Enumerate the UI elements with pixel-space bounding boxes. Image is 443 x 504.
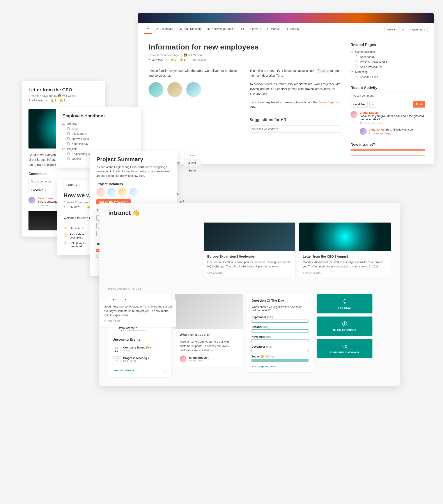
avatar [360, 128, 367, 135]
edit-button[interactable] [399, 27, 406, 32]
doc-icon [355, 55, 358, 58]
poll-heading: New intranet? [351, 142, 425, 147]
location-image [167, 82, 182, 97]
news-card[interactable]: Europe Expansion | SeptemberOur London l… [204, 223, 295, 277]
poll-option[interactable] [252, 349, 309, 352]
calendar-badge: AUG5 [113, 356, 121, 364]
add-reaction[interactable]: + Add reaction… [188, 58, 209, 61]
globe-icon [207, 27, 210, 30]
comment-input[interactable] [351, 92, 425, 99]
top-nav: Dashboard Staff Directory Knowledge Base… [138, 23, 434, 34]
menu-button[interactable]: ≡MENU ▾ [64, 183, 80, 188]
view-calendar-link[interactable]: View full calendar [113, 369, 135, 372]
tile-i-am-new[interactable]: I AM NEW! [317, 294, 372, 313]
suggestions-input[interactable] [250, 125, 342, 132]
reaction-clap[interactable]: 👏 2 [170, 58, 176, 61]
qotd-card: Question Of The Day When should we organ… [247, 294, 313, 372]
doc-icon [67, 152, 70, 155]
change-vote-link[interactable]: ← change my vote [252, 365, 309, 368]
tree-group[interactable]: General [62, 121, 135, 126]
new-page-button[interactable]: + NEW PAGE [408, 27, 428, 32]
tree-item[interactable]: FAQ [62, 126, 135, 131]
live-dot-icon [148, 358, 149, 359]
calendar-badge: JUL30 [113, 346, 121, 353]
news-card[interactable]: Letter from the CEO | AugustMonday 7th m… [299, 223, 391, 277]
page-menu-button[interactable]: PAGE ▾ [385, 27, 398, 32]
travel-expense-link[interactable]: Travel Expense [318, 101, 339, 104]
doc-icon [355, 66, 358, 68]
nav-activity[interactable]: Activity [284, 25, 301, 34]
nav-staff[interactable]: Staff Directory [177, 25, 204, 34]
people-icon [179, 27, 182, 30]
checkbox-icon[interactable] [96, 254, 100, 258]
nav-manual[interactable]: Manual [264, 25, 283, 34]
avatar[interactable] [129, 188, 138, 197]
tree-item[interactable]: How we work [62, 136, 135, 141]
reply-link[interactable]: reply [386, 132, 391, 135]
access-code: fr1end [316, 69, 330, 73]
nav-dashboard[interactable]: Dashboard [153, 25, 176, 34]
live-dot-icon [150, 347, 151, 348]
reaction-thumb[interactable]: 👍 1 [179, 58, 185, 61]
post-button[interactable]: Post [413, 101, 425, 108]
svg-point-8 [346, 347, 346, 348]
tree-item[interactable]: File Library [62, 131, 135, 136]
nav-hr[interactable]: HR Forms▾ [239, 25, 263, 34]
nav-kb[interactable]: Knowledge Base▾ [205, 25, 238, 34]
truck-icon [342, 343, 348, 349]
folder-icon [62, 147, 65, 150]
avatar[interactable] [96, 188, 105, 197]
poll-option[interactable] [252, 359, 309, 362]
avatar [28, 197, 36, 204]
tree-item[interactable]: Press & Social Media [351, 59, 425, 64]
chevron-down-icon: ▾ [260, 28, 261, 30]
comments-heading: Comments [28, 172, 99, 176]
tree-item[interactable]: Your first day [62, 141, 135, 146]
tree-item[interactable]: Sales Procedures [351, 64, 425, 70]
event-item[interactable]: JUL30Company Event 🎉all day [113, 344, 167, 355]
doc-icon [355, 75, 358, 78]
home-icon [146, 27, 149, 30]
tree-group[interactable]: Communication [351, 49, 425, 54]
tree-item[interactable]: Assorted Files [351, 74, 425, 79]
news-image [299, 223, 391, 251]
poll-option[interactable] [252, 339, 309, 342]
nav-home[interactable] [144, 26, 152, 34]
folder-icon [62, 122, 65, 125]
poll-option[interactable] [252, 329, 309, 332]
expand-button[interactable]: ⌄ [162, 368, 167, 373]
avatar[interactable] [107, 188, 116, 197]
checkbox-checked-icon[interactable] [96, 249, 100, 252]
support-image [175, 294, 243, 329]
poll-bar [351, 154, 425, 156]
event-item[interactable]: AUG5Progress Meeting09:00–09:15 [113, 355, 167, 365]
page-title: Information for new employees [148, 43, 342, 51]
user-link[interactable]: Emma Enqvist [360, 111, 379, 114]
poll-bar [351, 149, 425, 151]
resources-label: RESOURCES & TOOLS [99, 277, 400, 294]
dollar-icon [342, 321, 348, 326]
pencil-icon [402, 28, 404, 31]
support-card: Who's on Support? Here at Acme Corp we a… [175, 294, 243, 367]
intranet-title: intranet 👋 [99, 203, 400, 223]
add-files-button[interactable]: + Add files [28, 187, 46, 193]
svg-point-1 [181, 28, 182, 29]
doc-icon [355, 60, 358, 63]
user-link[interactable]: Jada Jones [369, 128, 385, 131]
add-files-button[interactable]: + Add files [351, 101, 368, 108]
avatar[interactable] [118, 188, 127, 197]
svg-point-7 [343, 347, 344, 348]
tile-claim-expenses[interactable]: CLAIM EXPENSES [317, 317, 372, 336]
user-link[interactable]: Jada Jones [38, 197, 53, 200]
avatar [180, 356, 187, 362]
tile-suppliers[interactable]: SUPPLIERS DATABASE [317, 339, 372, 358]
reply-link[interactable]: reply [378, 122, 384, 125]
tree-group[interactable]: Marketing [351, 70, 425, 74]
emoji-button[interactable]: ☺ [369, 101, 376, 108]
doc-icon [67, 142, 70, 145]
doc-icon [67, 137, 70, 140]
news-image [204, 223, 295, 251]
tree-group[interactable]: Projects [62, 146, 135, 151]
tree-item[interactable]: Dashboard [351, 54, 425, 59]
poll-option[interactable] [252, 320, 309, 323]
